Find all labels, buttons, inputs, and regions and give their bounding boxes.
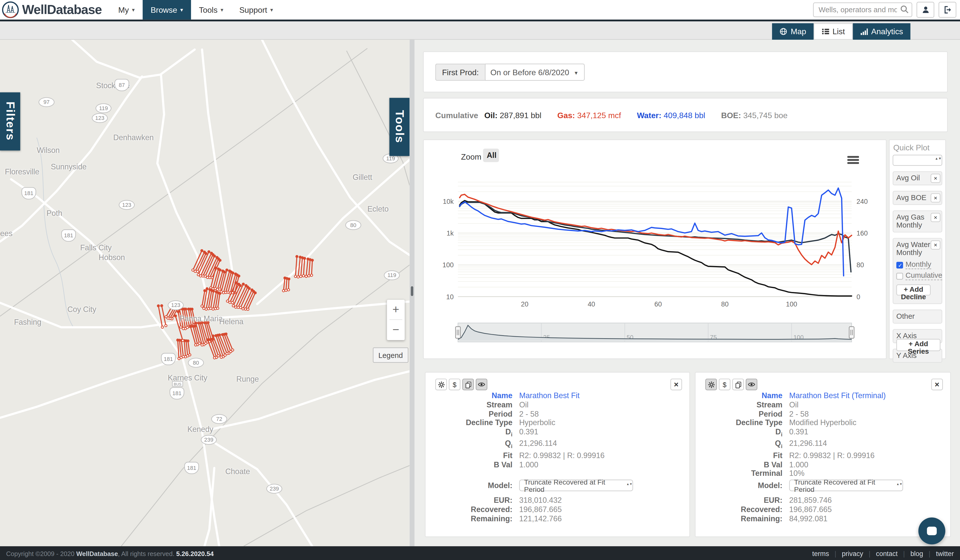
copy-decline-button[interactable] — [732, 379, 744, 391]
zoom-in-button[interactable]: + — [387, 300, 405, 319]
dollar-icon: $ — [723, 381, 726, 388]
terms-link[interactable]: terms — [812, 549, 829, 557]
search-input[interactable] — [813, 3, 912, 17]
svg-text:1k: 1k — [446, 230, 454, 237]
map-town-label: Fashing — [14, 318, 41, 327]
map-town-label: Coy City — [67, 305, 96, 314]
map-town-label: Helena — [219, 317, 243, 326]
map-town-label: Poth — [46, 209, 62, 218]
privacy-link[interactable]: privacy — [842, 549, 863, 557]
map-town-label: Ecleto — [367, 205, 389, 213]
map-town-label: Floresville — [5, 168, 40, 176]
decline-name-link[interactable]: Marathon Best Fit (Terminal) — [789, 391, 886, 400]
model-select[interactable]: Truncate Recovered at Fit Period — [789, 480, 903, 491]
economics-button[interactable]: $ — [449, 379, 461, 391]
economics-button[interactable]: $ — [719, 379, 731, 391]
map-view-button[interactable]: Map — [772, 23, 813, 40]
highway-shield: 123 — [168, 300, 184, 310]
zoom-all-button[interactable]: All — [483, 148, 499, 162]
chat-icon — [927, 527, 937, 535]
decline-card-best-fit: $ NameMarathon Best Fit StreamOil Period… — [425, 372, 690, 537]
decline-card-terminal: $ NameMarathon Best Fit (Terminal) Strea… — [695, 372, 951, 537]
svg-text:100: 100 — [786, 300, 797, 308]
remove-series-button[interactable] — [931, 213, 940, 222]
panel-divider[interactable] — [410, 40, 414, 546]
quick-plot-select[interactable] — [893, 155, 942, 166]
visibility-button[interactable] — [476, 379, 488, 391]
series-item-avg-oil[interactable]: Avg Oil — [893, 171, 942, 185]
highway-shield: 119 — [96, 104, 112, 113]
checkbox-unchecked-icon — [896, 273, 903, 279]
series-item-avg-boe[interactable]: Avg BOE — [893, 191, 942, 205]
contact-link[interactable]: contact — [876, 549, 898, 557]
model-select[interactable]: Truncate Recovered at Fit Period — [519, 480, 633, 491]
navigator-handle-left[interactable] — [456, 327, 461, 338]
svg-text:20: 20 — [521, 300, 528, 308]
legend-button[interactable]: Legend — [373, 348, 408, 363]
decline-name-link[interactable]: Marathon Best Fit — [519, 391, 580, 400]
map-town-label: Wilson — [37, 146, 60, 155]
visibility-button[interactable] — [746, 379, 757, 391]
twitter-link[interactable]: twitter — [936, 549, 954, 557]
cumulative-checkbox[interactable]: Cumulative — [896, 271, 931, 280]
nav-support[interactable]: Support▾ — [231, 0, 281, 19]
settings-gear-button[interactable] — [435, 379, 447, 391]
production-chart[interactable]: 10k2401k1601008010020406080100255075100 — [426, 163, 882, 347]
nav-my[interactable]: My▾ — [110, 0, 142, 19]
nav-tools[interactable]: Tools▾ — [191, 0, 231, 19]
decline-toolbar: $ — [705, 379, 757, 391]
filters-tab[interactable]: Filters — [0, 93, 20, 151]
list-view-button[interactable]: List — [813, 23, 853, 40]
blog-link[interactable]: blog — [910, 549, 923, 557]
copy-decline-button[interactable] — [462, 379, 474, 391]
map-panel[interactable]: StockdaleDenhawkenWilsonSunnysideFloresv… — [0, 40, 410, 546]
close-decline-button[interactable] — [670, 379, 682, 391]
chat-widget-button[interactable] — [918, 517, 945, 544]
nav-right — [813, 2, 956, 18]
remove-series-button[interactable] — [931, 240, 940, 249]
analytics-view-button[interactable]: Analytics — [853, 23, 910, 40]
user-account-button[interactable] — [917, 2, 934, 18]
highway-shield: 123 — [92, 113, 108, 123]
brand[interactable]: WellDatabase — [2, 1, 102, 19]
sign-out-button[interactable] — [939, 2, 956, 18]
map-town-label: Denhawken — [113, 133, 154, 142]
map-town-label: Runge — [236, 375, 259, 383]
monthly-checkbox[interactable]: Monthly — [896, 260, 931, 269]
sign-out-icon — [943, 5, 952, 14]
cumulative-water: Water: 409,848 bbl — [637, 111, 705, 120]
nav-browse[interactable]: Browse▾ — [143, 0, 191, 19]
eur-rows: EUR:318,010.432 Recovered:196,867.665 Re… — [426, 496, 690, 523]
first-prod-dropdown[interactable]: On or Before 6/8/2020 — [485, 64, 585, 81]
close-decline-button[interactable] — [931, 379, 943, 391]
series-item-avg-water[interactable]: Avg Water Monthly Monthly Cumulative + A… — [893, 238, 942, 304]
other-item[interactable]: Other — [893, 310, 942, 324]
map-town-label: Choate — [225, 467, 250, 476]
svg-text:10: 10 — [446, 293, 454, 301]
production-chart-card: Zoom All 10k2401k16010080100204060801002… — [423, 139, 886, 359]
tools-tab[interactable]: Tools — [389, 98, 410, 156]
search-icon[interactable] — [900, 5, 909, 14]
svg-text:80: 80 — [721, 300, 728, 308]
divider-handle[interactable] — [411, 286, 413, 296]
quick-plot-title: Quick Plot — [893, 143, 942, 152]
map-town-label: Kenedy — [187, 425, 213, 434]
remove-series-button[interactable] — [931, 193, 940, 203]
chevron-down-icon: ▾ — [180, 7, 183, 13]
svg-text:0: 0 — [856, 293, 860, 301]
add-series-button[interactable]: + Add Series — [896, 339, 940, 351]
series-item-avg-gas[interactable]: Avg Gas Monthly — [893, 210, 942, 232]
remove-series-button[interactable] — [931, 174, 940, 183]
highway-shield: 239 — [201, 435, 217, 445]
svg-text:10k: 10k — [443, 198, 454, 205]
series-options: Monthly Cumulative + Add Decline — [896, 260, 931, 301]
settings-gear-button[interactable] — [705, 379, 717, 391]
add-decline-button[interactable]: + Add Decline — [896, 284, 931, 295]
zoom-out-button[interactable]: − — [387, 320, 405, 340]
navigator-handle-right[interactable] — [849, 327, 854, 338]
cumulative-title: Cumulative — [435, 111, 484, 120]
highway-shield: 119 — [384, 270, 400, 280]
top-navbar: WellDatabase My▾ Browse▾ Tools▾ Support▾ — [0, 0, 960, 21]
map-town-label: Sunnyside — [51, 163, 86, 171]
zoom-label: Zoom — [461, 152, 481, 162]
